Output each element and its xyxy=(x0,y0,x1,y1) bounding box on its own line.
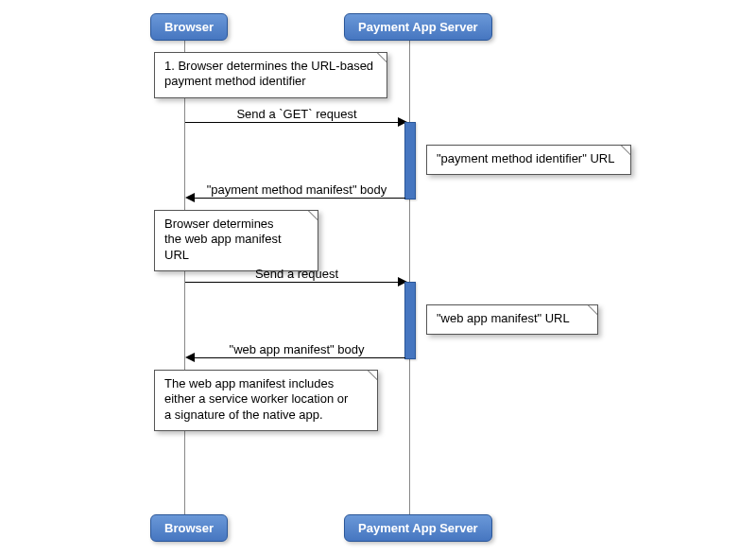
lifeline-server xyxy=(409,39,410,514)
note-line: 1. Browser determines the URL-based xyxy=(164,59,377,74)
label: Payment App Server xyxy=(358,20,478,34)
message-line xyxy=(185,122,400,123)
participant-server-bottom: Payment App Server xyxy=(344,514,492,542)
note-line: "web app manifest" URL xyxy=(437,311,570,325)
note-determine-webapp-url: Browser determines the web app manifest … xyxy=(154,210,318,271)
note-line: payment method identifier xyxy=(164,74,377,89)
label: Payment App Server xyxy=(358,521,478,535)
note-line: Browser determines xyxy=(164,217,308,232)
label: Browser xyxy=(164,521,214,535)
message-line xyxy=(185,282,400,283)
message-line xyxy=(194,357,405,358)
participant-server-top: Payment App Server xyxy=(344,13,492,41)
label: Browser xyxy=(164,20,214,34)
note-line: the web app manifest URL xyxy=(164,232,308,263)
activation-server-1 xyxy=(404,122,416,199)
note-webapp-manifest-includes: The web app manifest includes either a s… xyxy=(154,370,378,431)
message-get-request: Send a `GET` request xyxy=(236,107,356,121)
note-line: "payment method identifier" URL xyxy=(437,151,614,165)
note-line: The web app manifest includes xyxy=(164,376,368,391)
note-webapp-manifest-url: "web app manifest" URL xyxy=(426,304,598,335)
note-determine-identifier: 1. Browser determines the URL-based paym… xyxy=(154,52,387,98)
arrow-left-icon xyxy=(185,353,195,362)
note-line: a signature of the native app. xyxy=(164,408,368,423)
participant-browser-top: Browser xyxy=(150,13,228,41)
message-send-request: Send a request xyxy=(255,267,338,281)
note-line: either a service worker location or xyxy=(164,391,368,407)
note-pm-identifier-url: "payment method identifier" URL xyxy=(426,145,631,175)
message-webapp-manifest-body: "web app manifest" body xyxy=(230,342,365,356)
message-line xyxy=(194,198,405,199)
message-pm-manifest-body: "payment method manifest" body xyxy=(207,182,387,197)
participant-browser-bottom: Browser xyxy=(150,514,228,542)
lifeline-browser xyxy=(184,39,185,514)
activation-server-2 xyxy=(404,282,416,359)
arrow-left-icon xyxy=(185,193,195,202)
